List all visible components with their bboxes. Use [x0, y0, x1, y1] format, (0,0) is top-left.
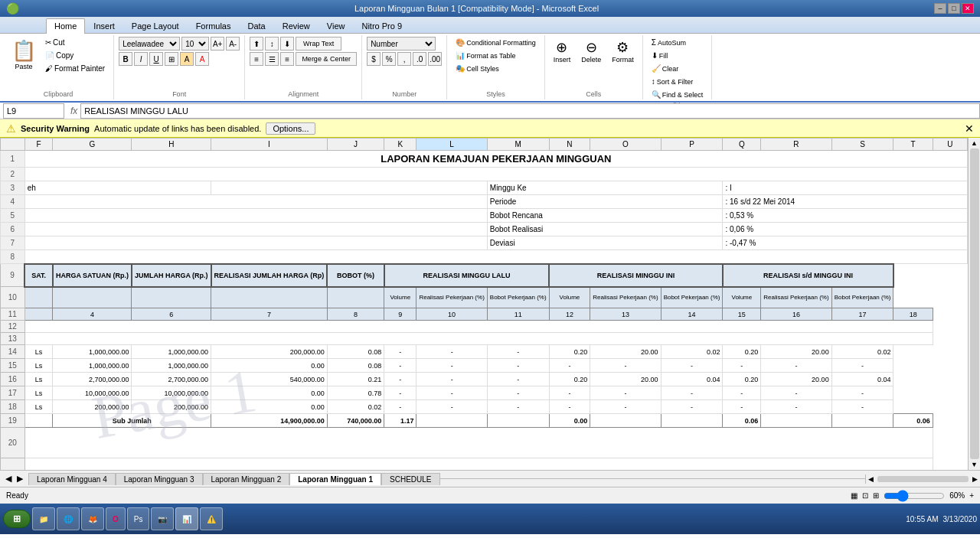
sheet-tab-3[interactable]: Laporan Mingguan 3 [116, 473, 203, 485]
format-painter-button[interactable]: 🖌 Format Painter [41, 63, 109, 74]
font-size-increase[interactable]: A+ [211, 37, 224, 51]
view-normal-icon[interactable]: ▦ [851, 491, 858, 500]
align-right[interactable]: ≡ [280, 52, 294, 66]
decrease-decimal[interactable]: .00 [428, 52, 442, 66]
align-bottom[interactable]: ⬇ [280, 37, 294, 51]
col-header-I[interactable]: I [211, 139, 328, 151]
hscroll-left[interactable]: ◀ [866, 475, 876, 483]
col-header-T[interactable]: T [893, 139, 933, 151]
font-name-select[interactable]: Leelawadee [119, 37, 180, 51]
align-middle[interactable]: ↕ [265, 37, 279, 51]
find-select-button[interactable]: 🔍 Find & Select [648, 89, 707, 100]
col-header-N[interactable]: N [549, 139, 590, 151]
align-top[interactable]: ⬆ [250, 37, 263, 51]
format-as-table-button[interactable]: 📊 Format as Table [452, 50, 519, 61]
view-page-break-icon[interactable]: ⊞ [873, 491, 879, 500]
col-header-H[interactable]: H [132, 139, 211, 151]
fill-button[interactable]: ⬇ Fill [648, 50, 672, 61]
tab-insert[interactable]: Insert [85, 18, 123, 33]
restore-button[interactable]: □ [948, 3, 960, 14]
close-button[interactable]: ✕ [962, 3, 974, 14]
percent-button[interactable]: % [382, 52, 396, 66]
start-button[interactable]: ⊞ [3, 510, 31, 528]
font-size-decrease[interactable]: A- [226, 37, 240, 51]
cell-title[interactable]: LAPORAN KEMAJUAN PEKERJAAN MINGGUAN [24, 151, 967, 168]
taskbar-photoshop[interactable]: Ps [127, 507, 150, 530]
col-header-M[interactable]: M [487, 139, 549, 151]
taskbar-chrome[interactable]: 🌐 [57, 507, 80, 530]
italic-button[interactable]: I [134, 52, 148, 66]
col-header-S[interactable]: S [831, 139, 893, 151]
col-header-F[interactable]: F [24, 139, 53, 151]
col-header-J[interactable]: J [327, 139, 384, 151]
copy-button[interactable]: 📄 Copy [41, 50, 109, 61]
view-layout-icon[interactable]: ⊡ [862, 491, 868, 500]
sheet-scroll-right[interactable]: ▶ [15, 474, 25, 484]
options-button[interactable]: Options... [266, 122, 315, 135]
tab-home[interactable]: Home [46, 18, 85, 34]
underline-button[interactable]: U [149, 52, 163, 66]
increase-decimal[interactable]: .0 [413, 52, 426, 66]
tab-review[interactable]: Review [274, 18, 318, 33]
insert-button[interactable]: ⊕ Insert [550, 37, 575, 66]
security-close-icon[interactable]: ✕ [965, 122, 974, 135]
cut-button[interactable]: ✂ Cut [41, 37, 109, 48]
taskbar-excel[interactable]: 📊 [175, 507, 198, 530]
taskbar-opera[interactable]: O [106, 507, 126, 530]
delete-button[interactable]: ⊖ Delete [577, 37, 605, 66]
format-button[interactable]: ⚙ Format [608, 37, 638, 66]
scroll-down-arrow[interactable]: ▼ [971, 461, 978, 468]
border-button[interactable]: ⊞ [165, 52, 178, 66]
tab-data[interactable]: Data [239, 18, 273, 33]
minimize-button[interactable]: – [934, 3, 946, 14]
tab-page-layout[interactable]: Page Layout [123, 18, 188, 33]
number-format-select[interactable]: Number [367, 37, 436, 51]
sheet-tab-schedule[interactable]: SCHEDULE [381, 473, 439, 485]
formula-input[interactable] [80, 103, 980, 119]
bold-button[interactable]: B [119, 52, 132, 66]
col-header-L[interactable]: L [416, 139, 487, 151]
vertical-scrollbar[interactable]: ▲ ▼ [968, 138, 980, 470]
wrap-text-button[interactable]: Wrap Text [296, 37, 341, 51]
scroll-thumb[interactable] [970, 148, 979, 459]
sheet-tab-2[interactable]: Laporan Mingguan 2 [203, 473, 290, 485]
taskbar-camera[interactable]: 📷 [151, 507, 174, 530]
taskbar-files[interactable]: 📁 [32, 507, 55, 530]
tab-nitro[interactable]: Nitro Pro 9 [353, 18, 410, 33]
taskbar-warning[interactable]: ⚠️ [200, 507, 223, 530]
autosum-button[interactable]: Σ AutoSum [648, 37, 690, 48]
tab-formulas[interactable]: Formulas [188, 18, 240, 33]
conditional-formatting-button[interactable]: 🎨 Conditional Formatting [452, 37, 540, 48]
scroll-up-arrow[interactable]: ▲ [971, 139, 978, 147]
paste-button[interactable]: 📋 Paste [8, 37, 40, 73]
col-header-R[interactable]: R [761, 139, 831, 151]
sheet-tab-4[interactable]: Laporan Mingguan 4 [28, 473, 116, 485]
cell-styles-button[interactable]: 🎭 Cell Styles [452, 63, 503, 74]
col-header-G[interactable]: G [53, 139, 132, 151]
currency-button[interactable]: $ [367, 52, 381, 66]
sort-filter-button[interactable]: ↕ Sort & Filter [648, 76, 697, 87]
spreadsheet-scroll-area[interactable]: F G H I J K L M N O P Q R S T [0, 138, 968, 470]
align-center[interactable]: ☰ [265, 52, 279, 66]
clear-button[interactable]: 🧹 Clear [648, 63, 683, 74]
zoom-in-icon[interactable]: + [969, 491, 974, 500]
comma-button[interactable]: , [397, 52, 411, 66]
font-size-select[interactable]: 10 [181, 37, 209, 51]
zoom-slider[interactable] [884, 490, 945, 502]
font-color-button[interactable]: A [195, 52, 209, 66]
col-header-P[interactable]: P [661, 139, 723, 151]
merge-center-button[interactable]: Merge & Center [296, 52, 357, 66]
col-header-O[interactable]: O [590, 139, 661, 151]
sheet-tab-1[interactable]: Laporan Mingguan 1 [289, 473, 381, 485]
sheet-scroll-left[interactable]: ◀ [3, 474, 14, 484]
horizontal-scrollbar[interactable]: ◀ ▶ [865, 474, 980, 484]
hscroll-right[interactable]: ▶ [970, 475, 980, 483]
name-box[interactable] [3, 103, 64, 119]
col-header-U[interactable]: U [933, 139, 967, 151]
taskbar-firefox[interactable]: 🦊 [81, 507, 104, 530]
col-header-K[interactable]: K [384, 139, 416, 151]
align-left[interactable]: ≡ [250, 52, 263, 66]
fill-color-button[interactable]: A [180, 52, 194, 66]
col-header-Q[interactable]: Q [723, 139, 761, 151]
tab-view[interactable]: View [318, 18, 354, 33]
